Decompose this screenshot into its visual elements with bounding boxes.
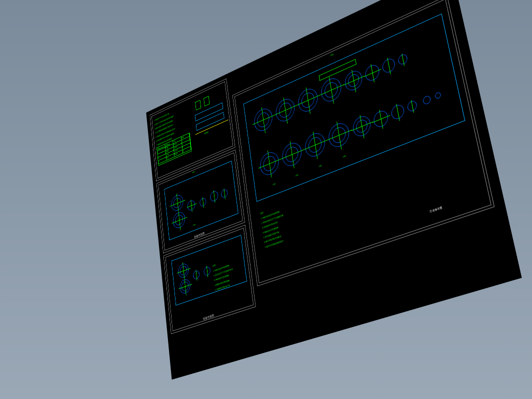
cv [352, 70, 356, 92]
dim-col-2: 1500 [319, 164, 322, 168]
cv [336, 122, 342, 150]
sheet3-title: 设备布置图 [202, 314, 214, 322]
eq-r1-c3 [297, 86, 320, 115]
drawing-area-s4: 1500 1500 1500 1500 [244, 14, 466, 202]
equipment-circle-s3-2 [179, 278, 191, 296]
equipment-circle-s2-3 [187, 199, 196, 212]
eq-r2-c9 [422, 94, 432, 105]
sheet2-title: 设备布置图 [194, 232, 205, 240]
sheet4-frame: 12000 [232, 0, 494, 286]
ci [331, 125, 347, 146]
eq-r2-c8 [406, 100, 418, 112]
eq-r1-c5 [344, 68, 364, 94]
equipment-circle-s2-6 [220, 188, 228, 198]
eq-r1-c4 [320, 75, 342, 105]
eq-r1-c2 [274, 96, 296, 124]
equipment-circle-s2-1 [170, 193, 184, 213]
diagram-box2 [204, 96, 210, 106]
eq-r2-c10 [434, 92, 442, 100]
cv [370, 64, 374, 82]
eq-r2-c2 [281, 140, 303, 169]
dim-total-w: 12000 [330, 54, 334, 57]
cross-v [206, 266, 208, 277]
cv [379, 110, 383, 129]
ch [364, 69, 381, 77]
ci [347, 72, 360, 89]
equipment-circle-s3-4 [204, 266, 211, 276]
eq-r2-c4 [327, 120, 350, 150]
equipment-circle-s2-5 [210, 190, 218, 203]
sheet4-main-label: ① 设备布置 [430, 206, 443, 213]
ch [352, 122, 373, 130]
cv [387, 58, 390, 74]
cad-viewport[interactable]: 1. 本图为XXXX设计施工图 2. 图中尺寸单位除标注外均为毫米 3. 施工前… [146, 0, 522, 380]
title-box-s4 [319, 59, 356, 81]
sheet4-inner: 12000 [234, 0, 492, 284]
drawing-canvas: 1. 本图为XXXX设计施工图 2. 图中尺寸单位除标注外均为毫米 3. 施工前… [146, 0, 522, 380]
eq-r2-c1 [259, 149, 280, 178]
dim-col-1: 1500 [296, 174, 298, 177]
eq-r2-c5 [352, 114, 372, 139]
eq-r2-c6 [372, 108, 390, 129]
cv [402, 54, 404, 66]
cv [396, 104, 400, 121]
dim-col-3: 1500 [343, 155, 346, 158]
equipment-circle-s3-1 [178, 262, 190, 279]
cross-v [214, 190, 216, 203]
cv [360, 115, 364, 138]
equipment-circle-s2-4 [200, 197, 206, 208]
diagram-box1 [195, 100, 201, 110]
equipment-circle-s2-2 [172, 210, 186, 230]
diagram-label: 系统图 [204, 131, 208, 135]
ch [344, 76, 364, 86]
eq-r1-c8 [398, 53, 408, 66]
eq-r1-c7 [382, 56, 396, 74]
equipment-circle-s3-3 [192, 270, 200, 280]
n3-0: 说明: [212, 264, 216, 268]
notes-s3: 说明: 1. 本图为设备平面布置图 2. 设备定位尺寸详见图中标注 3. 基础做… [212, 252, 246, 292]
dim-col-0: 1500 [272, 183, 276, 186]
eq-r2-c3 [304, 130, 326, 160]
ch [372, 115, 390, 122]
eq-r1-c1 [253, 106, 274, 134]
eq-r1-c6 [364, 62, 380, 83]
cross-v [224, 188, 225, 199]
cross-v [202, 197, 204, 208]
ci [355, 118, 368, 134]
dim-width-s2: 6000 [192, 171, 195, 174]
eq-r2-c7 [390, 103, 405, 122]
cv [411, 100, 414, 112]
dim-sp-h: 1500 [193, 224, 196, 226]
cross-v [196, 270, 197, 281]
ch [327, 130, 352, 140]
n4-0: 说明: [260, 211, 264, 214]
